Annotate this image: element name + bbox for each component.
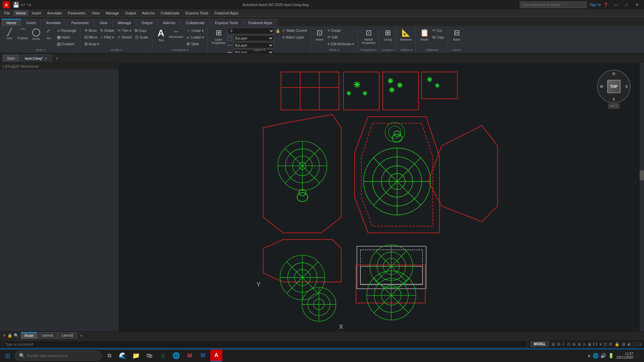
explorer-btn[interactable]: 📁 [130,350,142,362]
array-btn[interactable]: ⊞ Array ▾ [83,41,101,47]
tray-clock[interactable]: 11:57 03/11/2020 [617,352,633,359]
autocad-btn[interactable]: A [210,350,222,362]
customize-icon[interactable]: ≡ [639,342,641,347]
maximize-btn[interactable]: □ [623,3,630,7]
tab-featuredapps[interactable]: Featured Apps [243,19,277,26]
group-btn[interactable]: ⊞ Group [382,27,394,42]
grid-icon[interactable]: ⊞ [552,342,555,347]
otrack-icon[interactable]: ⊕ [578,342,581,347]
laser1-tab-close[interactable]: ✕ [45,57,47,60]
minimize-btn[interactable]: — [611,3,620,7]
tab-annotate[interactable]: Annotate [41,19,66,26]
menu-file[interactable]: File [1,10,13,16]
search-layout[interactable]: 🔍 [14,333,19,338]
add-layout-tab[interactable]: + [78,332,84,339]
taskbar-search-box[interactable]: 🔍 [15,351,102,361]
settings-icon[interactable]: ⚙ [609,342,613,347]
close-btn[interactable]: ✕ [633,3,641,7]
rectangle-btn[interactable]: ▭ Rectangle [56,27,78,34]
leader-btn[interactable]: ↙ Leader ▾ [185,34,205,40]
edit-btn[interactable]: ✏ Edit [326,34,356,40]
layout-tab-layout1[interactable]: Layout1 [38,332,57,339]
menu-expresstools[interactable]: Express Tools [183,10,211,16]
transparency-icon[interactable]: ◑ [587,342,591,347]
tray-battery[interactable]: 🔋 [608,353,614,358]
layout-tab-model[interactable]: Model [21,332,37,339]
table-btn[interactable]: ⊞ Table [185,41,205,47]
base-btn[interactable]: ⊟ Base [451,27,463,42]
lock-ui-icon[interactable]: 🔒 [615,342,620,347]
tab-view[interactable]: View [94,19,113,26]
layer-properties-btn[interactable]: ⊞ LayerProperties [210,27,227,46]
tray-up-arrow[interactable]: ∧ [587,353,591,358]
tab-home[interactable]: Home [1,19,21,26]
word-btn[interactable]: W [197,350,209,362]
circle-btn[interactable]: Circle [30,27,42,42]
mirror-btn[interactable]: ⊟ Mirror [83,34,99,40]
match-properties-btn[interactable]: ⊡ MatchProperties [360,27,377,46]
scroll-thumb[interactable] [640,170,644,180]
tab-collaborate[interactable]: Collaborate [181,19,210,26]
model-toggle-btn[interactable]: MODEL [530,341,549,347]
color-swatch[interactable] [227,36,232,41]
workspace-icon[interactable]: ⊡ [603,342,607,347]
layout-tab-layout2[interactable]: Layout2 [58,332,77,339]
layer-selector[interactable]: 0 [227,27,274,34]
indesign-btn[interactable]: Id [184,350,196,362]
arc-btn[interactable]: ◜ Arc [43,27,55,41]
linetype-selector[interactable]: ByLayer [233,42,274,48]
menu-annotate[interactable]: Annotate [45,10,65,16]
insert-btn[interactable]: ⊡ Insert [313,27,326,42]
menu-addins[interactable]: Add-ins [139,10,157,16]
taskbar-search-input[interactable] [27,354,94,358]
full-screen-icon[interactable]: ⛶ [633,342,637,347]
menu-collaborate[interactable]: Collaborate [158,10,182,16]
trim-btn[interactable]: ✂ Trim ▾ [116,27,132,34]
text-btn[interactable]: A Text [155,27,167,43]
match-layer-btn[interactable]: ≡ Match Layer [281,34,308,40]
stretch-btn[interactable]: ⤢ Stretch [116,34,134,40]
gradient-btn[interactable]: ▧ Gradient [56,41,78,47]
tab-manage[interactable]: Manage [113,19,136,26]
hardware-acc-icon[interactable]: 🖥 [622,342,626,347]
make-current-btn[interactable]: ✓ Make Current [281,27,308,34]
tray-network[interactable]: 🌐 [593,353,598,358]
annotation-scale[interactable]: ▾ [599,342,601,347]
tray-sound[interactable]: 🔊 [600,353,606,358]
polyline-btn[interactable]: ⌒ Polyline [16,27,29,41]
linear-btn[interactable]: ↔ Linear ▾ [185,27,205,34]
rotate-btn[interactable]: ↻ Rotate [99,27,116,34]
spotify-btn[interactable]: ♫ [157,350,169,362]
doc-tab-start[interactable]: Start [3,55,19,62]
fillet-btn[interactable]: ⌐ Fillet ▾ [99,34,115,40]
line-btn[interactable]: ╱ Line [3,27,15,41]
start-button[interactable]: ⊞ [1,350,13,362]
edge-btn[interactable]: 🌊 [117,350,129,362]
title-search[interactable] [520,1,587,8]
copy-btn[interactable]: ⧉ Copy [133,27,148,34]
tab-insert[interactable]: Insert [21,19,41,26]
paste-btn[interactable]: 📋 Paste [418,27,430,42]
scale-btn[interactable]: ⊡ Scale [134,34,149,40]
tab-output[interactable]: Output [137,19,158,26]
menu-manage[interactable]: Manage [103,10,122,16]
osnap-icon[interactable]: ⊛ [572,342,576,347]
top-cube-btn[interactable]: TOP [607,80,621,93]
menu-view[interactable]: View [89,10,102,16]
help-btn[interactable]: ❓ [603,3,608,7]
measure-btn[interactable]: 📐 Measure [399,27,413,42]
snap-icon[interactable]: ⊟ [557,342,560,347]
vertical-scrollbar[interactable] [639,63,644,331]
tab-addins[interactable]: Add-ins [158,19,181,26]
close-layout[interactable]: ✕ [3,333,6,338]
hatch-btn[interactable]: ▦ Hatch [56,34,78,40]
dimension-btn[interactable]: ↔ Dimension [168,27,185,40]
menu-featuredapps[interactable]: Featured Apps [212,10,241,16]
sign-in-btn[interactable]: Sign In [589,3,601,7]
nav-cube[interactable]: N S E W TOP WCS [597,70,631,103]
taskview-btn[interactable]: ⧉ [103,350,115,362]
cut-btn[interactable]: ✂ Cut [431,27,445,34]
chrome-btn[interactable]: 🌐 [170,350,182,362]
lineweight-icon[interactable]: ≡ [583,342,585,347]
doc-tab-laser1[interactable]: laser1dwg* ✕ [20,55,51,62]
